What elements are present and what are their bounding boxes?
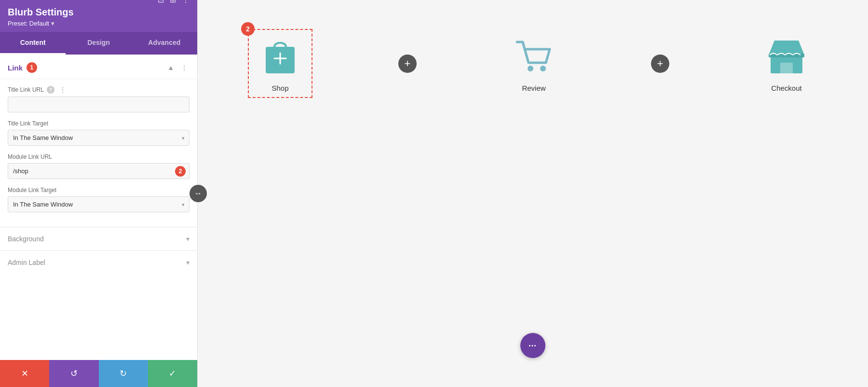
review-item-wrapper: Review — [502, 30, 565, 97]
shop-selected-border: Shop — [248, 29, 312, 98]
module-link-url-label: Module Link URL — [8, 153, 190, 160]
fab-button[interactable]: ••• — [520, 333, 545, 358]
title-link-target-group: Title Link Target In The Same Window In … — [8, 120, 190, 146]
checkout-item-wrapper: Checkout — [755, 30, 818, 97]
tab-content[interactable]: Content — [0, 32, 66, 55]
shop-label: Shop — [271, 84, 288, 92]
admin-label-chevron-icon: ▾ — [186, 259, 190, 266]
cart-icon — [512, 35, 556, 78]
sidebar: Blurb Settings Preset: Default ▾ ⊡ ⊞ ⋮ C… — [0, 0, 198, 387]
cancel-button[interactable]: ✕ — [0, 360, 49, 387]
background-chevron-icon: ▾ — [186, 235, 190, 243]
module-link-target-select[interactable]: In The Same Window In The New Tab — [8, 196, 190, 212]
tab-advanced[interactable]: Advanced — [132, 32, 197, 55]
sidebar-header-icons: ⊡ ⊞ ⋮ — [158, 0, 190, 4]
title-link-url-group: Title Link URL ? ⋮ — [8, 86, 190, 112]
background-section[interactable]: Background ▾ — [0, 227, 197, 250]
tab-design[interactable]: Design — [66, 32, 131, 55]
link-section-title: Link 1 — [8, 62, 37, 73]
sidebar-toolbar: ✕ ↺ ↻ ✓ — [0, 360, 197, 387]
svg-rect-7 — [780, 63, 793, 73]
title-link-help-icon[interactable]: ? — [47, 86, 54, 94]
bag-icon — [258, 35, 302, 78]
module-link-target-label: Module Link Target — [8, 187, 190, 194]
resize-icon[interactable]: ⊡ — [158, 0, 164, 4]
title-link-target-label: Title Link Target — [8, 120, 190, 127]
checkout-label: Checkout — [771, 84, 801, 92]
sidebar-content: Link 1 ▲ ⋮ Title Link URL ? ⋮ — [0, 55, 197, 360]
link-section-body: Title Link URL ? ⋮ Title Link Target In … — [0, 79, 197, 227]
sidebar-tabs: Content Design Advanced — [0, 32, 197, 55]
svg-point-4 — [540, 66, 546, 71]
admin-label-section[interactable]: Admin Label ▾ — [0, 250, 197, 274]
title-link-more-icon[interactable]: ⋮ — [59, 86, 66, 94]
background-label: Background — [8, 235, 44, 243]
undo-button[interactable]: ↺ — [49, 360, 98, 387]
link-section: Link 1 ▲ ⋮ Title Link URL ? ⋮ — [0, 55, 197, 227]
add-button-2[interactable]: + — [651, 55, 669, 73]
canvas-items: 2 Shop + — [207, 14, 858, 98]
module-link-url-field: 2 — [8, 163, 190, 179]
columns-icon[interactable]: ⊞ — [170, 0, 176, 4]
checkout-item[interactable]: Checkout — [755, 30, 818, 97]
resize-handle[interactable]: ↔ — [190, 185, 207, 202]
more-icon[interactable]: ⋮ — [182, 0, 190, 4]
link-section-icons: ▲ ⋮ — [165, 63, 190, 72]
add-button-1[interactable]: + — [398, 55, 417, 73]
review-item[interactable]: Review — [502, 30, 565, 97]
link-section-header: Link 1 ▲ ⋮ — [0, 55, 197, 79]
title-link-target-select[interactable]: In The Same Window In The New Tab — [8, 130, 190, 146]
fab-icon: ••• — [529, 343, 537, 348]
admin-label-label: Admin Label — [8, 259, 45, 266]
module-link-target-wrapper: In The Same Window In The New Tab ▾ — [8, 196, 190, 212]
module-link-url-input[interactable] — [8, 163, 190, 179]
main-canvas: 2 Shop + — [198, 0, 868, 387]
svg-point-3 — [528, 66, 533, 71]
title-link-url-input[interactable] — [8, 97, 190, 112]
shop-badge: 2 — [241, 22, 255, 36]
title-link-url-label: Title Link URL ? ⋮ — [8, 86, 190, 94]
redo-button[interactable]: ↻ — [99, 360, 148, 387]
link-badge: 1 — [27, 62, 37, 73]
module-link-url-group: Module Link URL 2 — [8, 153, 190, 179]
module-link-target-group: Module Link Target In The Same Window In… — [8, 187, 190, 212]
save-button[interactable]: ✓ — [148, 360, 197, 387]
link-more-icon[interactable]: ⋮ — [179, 63, 190, 72]
review-label: Review — [522, 84, 545, 92]
shop-item-wrapper: 2 Shop — [248, 29, 312, 98]
module-link-badge: 2 — [175, 166, 186, 177]
shop-item[interactable]: 2 Shop — [248, 29, 312, 98]
sidebar-title: Blurb Settings — [8, 7, 74, 18]
store-icon — [765, 35, 808, 78]
link-collapse-icon[interactable]: ▲ — [165, 63, 176, 72]
title-link-target-wrapper: In The Same Window In The New Tab ▾ — [8, 130, 190, 146]
sidebar-header: Blurb Settings Preset: Default ▾ ⊡ ⊞ ⋮ — [0, 0, 197, 32]
sidebar-preset: Preset: Default ▾ — [8, 20, 74, 27]
